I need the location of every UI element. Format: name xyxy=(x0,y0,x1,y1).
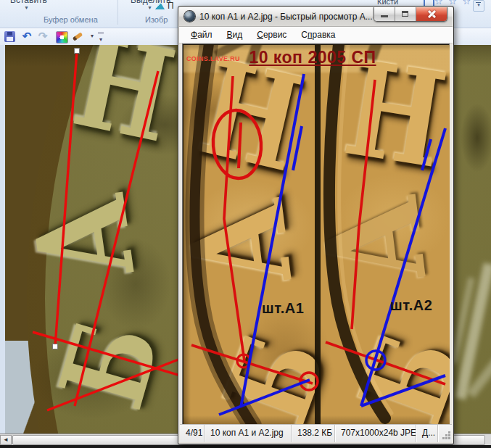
left-blue-annotations xyxy=(219,74,310,415)
palette-icon[interactable] xyxy=(56,31,68,43)
canvas-left-margin xyxy=(0,45,5,434)
app-icon xyxy=(184,11,195,22)
window-title: 10 коп А1 и А2.jpg - Быстрый просмотр А.… xyxy=(199,12,373,22)
status-format: 707x1000x24b JPEG xyxy=(335,425,416,442)
status-filesize: 138.2 КБ xyxy=(292,425,335,442)
title-bar[interactable]: 10 коп А1 и А2.jpg - Быстрый просмотр А.… xyxy=(179,7,453,27)
scroll-left-arrow-icon: ◄ xyxy=(3,436,9,443)
brush-icon[interactable] xyxy=(73,31,83,42)
menu-bar: Файл Вид Сервис Справка xyxy=(179,27,453,43)
minimize-icon xyxy=(381,15,388,17)
paste-dropdown-icon[interactable]: ▼ xyxy=(24,5,29,10)
caption-buttons xyxy=(374,7,447,22)
app-bottom-edge xyxy=(0,445,491,448)
maximize-icon xyxy=(402,11,408,17)
ribbon-separator xyxy=(117,0,118,25)
die-label-a1: шт.А1 xyxy=(262,300,304,317)
bg-red-lines xyxy=(33,51,195,410)
select-button[interactable]: Выделить xyxy=(131,0,170,5)
menu-service[interactable]: Сервис xyxy=(249,28,294,41)
resize-grip[interactable] xyxy=(442,431,450,440)
status-more: Д... xyxy=(416,425,438,442)
clipboard-group-label: Буфер обмена xyxy=(44,15,98,24)
die-label-a2: шт.А2 xyxy=(390,297,432,314)
paste-button[interactable]: Вставить xyxy=(10,0,47,5)
status-bar: 4/91 10 коп А1 и А2.jpg 138.2 КБ 707x100… xyxy=(180,424,452,442)
menu-view[interactable]: Вид xyxy=(220,28,250,41)
customize-toolbar-icon[interactable]: ▾ xyxy=(96,30,105,41)
menu-help[interactable]: Справка xyxy=(294,28,342,41)
close-button[interactable] xyxy=(416,7,447,21)
comparison-annotations xyxy=(183,45,450,426)
viewer-window: 10 коп А1 и А2.jpg - Быстрый просмотр А.… xyxy=(178,6,454,444)
more-chevron-icon: ▾ xyxy=(474,2,484,8)
coin-rims xyxy=(194,45,392,426)
menu-file[interactable]: Файл xyxy=(183,28,220,41)
scroll-left-button[interactable]: ◄ xyxy=(0,435,12,445)
viewer-image: Н А Б Н А Б xyxy=(183,45,450,426)
status-filename: 10 коп А1 и А2.jpg xyxy=(205,425,292,442)
panel-separator xyxy=(315,45,321,426)
maximize-button[interactable] xyxy=(395,7,416,21)
image-frame: Н А Б Н А Б xyxy=(182,43,450,426)
watermark: COINS.LAVE.RU xyxy=(186,55,240,62)
brushes-group-label: Кисти xyxy=(377,0,398,6)
undo-icon[interactable]: ↶ xyxy=(20,30,33,43)
select-dropdown-icon[interactable]: ▼ xyxy=(147,5,152,10)
right-blue-annotations xyxy=(361,128,445,406)
rotate-button-label[interactable]: П xyxy=(168,1,174,11)
redo-icon[interactable]: ↷ xyxy=(36,30,49,43)
shapes-more-button[interactable]: ▾ xyxy=(473,0,484,12)
image-group-label: Изобр xyxy=(145,15,168,24)
status-position: 4/91 xyxy=(180,425,205,442)
image-caption: 10 коп 2005 СП xyxy=(249,48,376,67)
minimize-button[interactable] xyxy=(374,7,395,21)
screen: Вставить ▼ Буфер обмена Выделить ▼ Изобр… xyxy=(0,0,491,448)
save-icon[interactable] xyxy=(4,31,15,42)
